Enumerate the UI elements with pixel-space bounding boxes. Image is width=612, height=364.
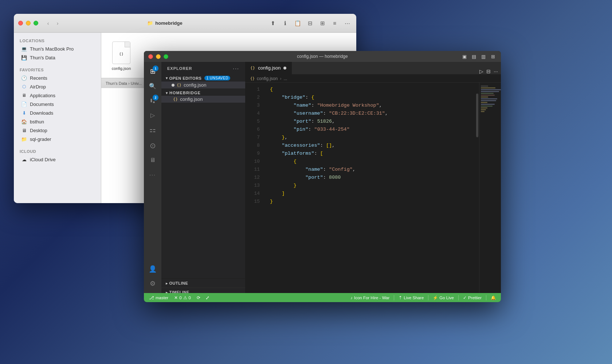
homebridge-folder-label: HOMEBRIDGE xyxy=(169,91,201,95)
editor-layout-icon[interactable]: ▤ xyxy=(470,53,478,60)
breadcrumb-file-name[interactable]: config.json xyxy=(257,76,278,81)
finder-maximize-button[interactable] xyxy=(34,21,38,25)
sidebar-label-macbook: Thun's MacBook Pro xyxy=(30,46,74,52)
finder-nav-buttons: ‹ › xyxy=(44,19,62,27)
status-sep-3 xyxy=(458,295,459,300)
finder-minimize-button[interactable] xyxy=(26,21,31,25)
more-icon: ··· xyxy=(149,172,156,178)
panel-layout-icon[interactable]: ▥ xyxy=(480,53,487,60)
status-branch[interactable]: ⎇ master xyxy=(147,293,170,302)
finder-info-button[interactable]: ℹ xyxy=(280,19,290,28)
open-file-name: config.json xyxy=(184,82,206,88)
finder-more-button[interactable]: ⋯ xyxy=(342,19,352,28)
activity-extensions[interactable]: ⚏ xyxy=(146,123,159,136)
error-count: 0 xyxy=(179,296,181,300)
finder-traffic-lights xyxy=(18,21,38,25)
activity-source-control[interactable]: ⑆ 2 xyxy=(146,94,159,107)
activity-github[interactable]: ⊙ xyxy=(146,139,159,152)
vscode-titlebar: config.json — homebridge ▣ ▤ ▥ ⊞ xyxy=(144,51,501,62)
activity-more[interactable]: ··· xyxy=(146,168,159,181)
code-content[interactable]: { "bridge": { "name": "Homebridge Worksh… xyxy=(264,83,475,293)
outline-label: OUTLINE xyxy=(169,281,188,285)
status-go-live[interactable]: ⚡ Go Live xyxy=(431,293,456,302)
tab-modified-indicator xyxy=(283,67,286,70)
sidebar-item-applications[interactable]: 🖥 Applications xyxy=(15,91,99,100)
icloud-header: iCloud xyxy=(14,146,101,155)
finder-toolbar-right: ⬆ ℹ 📋 ⊟ ⊞ ≡ ⋯ xyxy=(268,19,352,28)
vscode-outline-panel: ▸ OUTLINE ▸ TIMELINE xyxy=(161,278,245,293)
open-editors-section: ▾ Open Editors 1 unsaved {} config.json xyxy=(161,75,245,88)
finder-sidebar-button[interactable]: ⊟ xyxy=(305,19,315,28)
documents-icon: 📄 xyxy=(21,101,27,107)
finder-close-button[interactable] xyxy=(18,21,23,25)
finder-back-button[interactable]: ‹ xyxy=(44,19,52,27)
finder-view-list[interactable]: ≡ xyxy=(330,19,340,28)
sidebar-label-desktop: Desktop xyxy=(30,128,47,133)
editor-tabs: {} config.json ▷ ⊟ ··· xyxy=(245,62,501,75)
tab-file-name: config.json xyxy=(258,65,280,71)
sidebar-item-macbook[interactable]: 💻 Thun's MacBook Pro xyxy=(15,44,99,53)
homebridge-folder-header[interactable]: ▾ HOMEBRIDGE xyxy=(161,90,245,96)
unsaved-badge: 1 unsaved xyxy=(204,76,230,80)
outline-header[interactable]: ▸ OUTLINE xyxy=(161,279,245,288)
activity-remote[interactable]: 🖥 xyxy=(146,154,159,167)
folder-file-icon: {} xyxy=(173,97,178,102)
status-prettier[interactable]: ✓ Prettier xyxy=(461,293,484,302)
status-song[interactable]: ♪ Icon For Hire - War xyxy=(348,293,392,302)
vscode-minimize-button[interactable] xyxy=(156,54,161,59)
sidebar-item-bsthun[interactable]: 🏠 bsthun xyxy=(15,117,99,126)
open-file-config-json[interactable]: {} config.json xyxy=(161,82,245,88)
finder-view-icons[interactable]: ⊞ xyxy=(318,19,327,28)
finder-titlebar: ‹ › 📁 homebridge ⬆ ℹ 📋 ⊟ ⊞ ≡ ⋯ xyxy=(14,14,356,33)
favorites-header: Favorites xyxy=(14,65,101,74)
editor-breadcrumb: {} config.json › ... xyxy=(245,75,501,83)
bell-icon: 🔔 xyxy=(491,295,496,300)
status-live-share[interactable]: ⇡ Live Share xyxy=(396,293,426,302)
run-button[interactable]: ▷ xyxy=(479,68,483,74)
editor-actions: ▷ ⊟ ··· xyxy=(479,68,501,74)
customize-layout-icon[interactable]: ⊞ xyxy=(489,53,497,60)
vscode-maximize-button[interactable] xyxy=(164,54,168,59)
status-errors[interactable]: ✕ 0 ⚠ 0 xyxy=(172,293,193,302)
explorer-actions[interactable]: ··· xyxy=(233,66,239,71)
home-icon: 🏠 xyxy=(21,119,27,124)
open-editors-header[interactable]: ▾ Open Editors 1 unsaved xyxy=(161,75,245,82)
vscode-close-button[interactable] xyxy=(148,54,153,59)
status-notifications[interactable]: 🔔 xyxy=(489,293,498,302)
sidebar-item-downloads[interactable]: ⬇ Downloads xyxy=(15,108,99,117)
editor-tab-config-json[interactable]: {} config.json xyxy=(245,62,292,74)
settings-icon: ⚙ xyxy=(150,280,156,288)
more-actions-button[interactable]: ··· xyxy=(494,68,498,74)
activity-explorer[interactable]: ⊞ 1 xyxy=(146,65,159,78)
file-item-config-json[interactable]: { } config.json xyxy=(109,40,134,71)
activity-settings[interactable]: ⚙ xyxy=(146,277,159,290)
finder-share-button[interactable]: ⬆ xyxy=(268,19,278,28)
split-editor-icon[interactable]: ▣ xyxy=(461,53,468,60)
prettier-icon: ✓ xyxy=(463,295,467,300)
status-port[interactable]: ⑇ xyxy=(204,293,211,302)
sidebar-item-thuns-data[interactable]: 💾 Thun's Data xyxy=(15,53,99,62)
activity-run[interactable]: ▷ xyxy=(146,108,159,122)
status-sync[interactable]: ⟳ xyxy=(195,293,203,302)
activity-search[interactable]: 🔍 xyxy=(146,79,159,92)
timeline-header[interactable]: ▸ TIMELINE xyxy=(161,288,245,293)
editor-scrollbar[interactable] xyxy=(475,83,479,293)
sidebar-item-sql-grader[interactable]: 📁 sql-grader xyxy=(15,135,99,143)
vscode-sidebar: Explorer ··· ▾ Open Editors 1 unsaved {}… xyxy=(161,62,245,293)
folder-file-config-json[interactable]: {} config.json xyxy=(161,96,245,103)
split-editor-button[interactable]: ⊟ xyxy=(486,68,491,74)
finder-tags-button[interactable]: 📋 xyxy=(293,19,302,28)
sidebar-item-recents[interactable]: 🕐 Recents xyxy=(15,74,99,82)
finder-forward-button[interactable]: › xyxy=(54,19,62,27)
sidebar-item-desktop[interactable]: 🖥 Desktop xyxy=(15,126,99,135)
sidebar-item-documents[interactable]: 📄 Documents xyxy=(15,100,99,108)
sidebar-label-icloud: iCloud Drive xyxy=(30,157,56,162)
explorer-title: Explorer xyxy=(167,66,192,71)
breadcrumb-file-icon: {} xyxy=(250,76,255,80)
activity-account[interactable]: 👤 xyxy=(146,262,159,276)
scrollbar-thumb[interactable] xyxy=(476,94,478,137)
vscode-titlebar-actions: ▣ ▤ ▥ ⊞ xyxy=(461,53,497,60)
sidebar-item-icloud[interactable]: ☁ iCloud Drive xyxy=(15,155,99,164)
song-icon: ♪ xyxy=(350,296,353,300)
sidebar-item-airdrop[interactable]: ⬡ AirDrop xyxy=(15,82,99,91)
